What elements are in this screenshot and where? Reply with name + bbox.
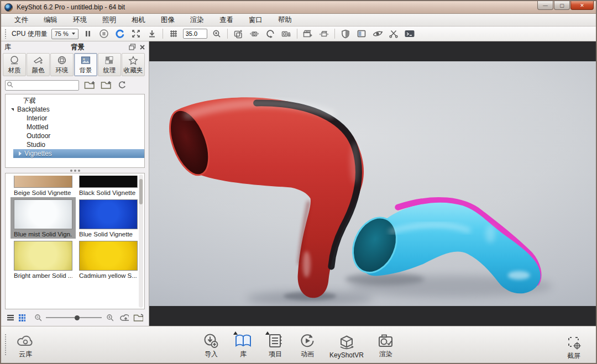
focal-length-field[interactable] xyxy=(183,29,207,39)
menu-help[interactable]: 帮助 xyxy=(270,14,300,26)
menu-file[interactable]: 文件 xyxy=(7,14,36,26)
menu-image[interactable]: 图像 xyxy=(153,14,182,26)
dock-grip[interactable] xyxy=(4,334,7,356)
dock-keyshotvr-button[interactable]: KeyShotVR xyxy=(325,333,368,359)
tree-item-mottled[interactable]: Mottled xyxy=(6,123,144,131)
title-bar[interactable]: KeyShot 6.2 Pro - untitled.bip - 64 bit … xyxy=(1,1,596,14)
add-camera-button[interactable] xyxy=(232,28,245,40)
backplates-tree: 下载 Backplates Interior Mottled Outdoor S… xyxy=(5,94,145,168)
tab-backplates[interactable]: 背景 xyxy=(74,53,97,76)
menu-lighting[interactable]: 照明 xyxy=(95,14,124,26)
tab-colors[interactable]: 颜色 xyxy=(27,53,50,76)
tree-item-download[interactable]: 下载 xyxy=(6,96,144,105)
thumbnail-black[interactable]: Black Solid Vignette xyxy=(76,173,141,197)
open-panel-marker-icon xyxy=(265,331,270,335)
menu-view[interactable]: 查看 xyxy=(212,14,241,26)
thumbnail-bright-amber[interactable]: Bright amber Solid ... xyxy=(11,239,76,280)
close-button[interactable]: ✕ xyxy=(570,1,594,10)
export-folder-icon[interactable] xyxy=(133,313,143,322)
list-view-icon[interactable] xyxy=(7,314,14,321)
menu-render[interactable]: 渲染 xyxy=(182,14,212,26)
fullscreen-button[interactable] xyxy=(129,28,143,40)
reset-camera-button[interactable] xyxy=(264,28,277,40)
tree-item-studio[interactable]: Studio xyxy=(6,140,144,149)
thumbnail-blue[interactable]: Blue Solid Vignette xyxy=(76,197,141,239)
zoom-region-button[interactable] xyxy=(210,28,223,40)
lock-camera-button[interactable] xyxy=(280,28,293,40)
update-render-button[interactable] xyxy=(113,28,127,40)
expanded-arrow-icon[interactable] xyxy=(11,108,14,111)
viewport-bottom-bar xyxy=(149,306,596,326)
tree-item-backplates[interactable]: Backplates xyxy=(6,105,144,114)
import-folder-icon[interactable] xyxy=(101,80,112,89)
tree-item-interior[interactable]: Interior xyxy=(6,114,144,123)
render-view[interactable] xyxy=(149,61,596,306)
slider-handle[interactable] xyxy=(75,315,80,320)
thumbnail-grid: Beige Solid Vignette Black Solid Vignett… xyxy=(5,173,145,309)
cpu-usage-select[interactable]: 75 % xyxy=(51,29,78,39)
library-tabs: 材质 颜色 环境 背景 纹理 xyxy=(1,52,149,78)
presentation-mode-button[interactable] xyxy=(145,28,159,40)
vr-button[interactable] xyxy=(371,28,384,40)
toolbar-separator xyxy=(297,29,297,39)
geometry-view-button[interactable] xyxy=(339,28,352,40)
tab-environments[interactable]: 环境 xyxy=(50,53,74,76)
thumbnail-blue-mist[interactable]: Blue mist Solid Vign... xyxy=(11,197,76,239)
cloud-upload-icon[interactable] xyxy=(120,313,129,322)
menu-window[interactable]: 窗口 xyxy=(241,14,270,26)
main-toolbar: CPU 使用量 75 % xyxy=(1,27,596,41)
menu-environment[interactable]: 环境 xyxy=(65,14,95,26)
tab-textures[interactable]: 纹理 xyxy=(98,53,121,76)
menu-camera[interactable]: 相机 xyxy=(124,14,153,26)
minimize-button[interactable]: — xyxy=(537,1,553,10)
search-input[interactable] xyxy=(5,80,79,91)
thumbnail-size-slider[interactable] xyxy=(46,314,102,321)
close-panel-icon[interactable] xyxy=(139,44,145,50)
tab-materials[interactable]: 材质 xyxy=(3,53,26,76)
menu-edit[interactable]: 编辑 xyxy=(36,14,65,26)
panel-dock-label: 库 xyxy=(4,43,27,52)
tree-item-vignettes[interactable]: Vignettes xyxy=(13,149,144,158)
import-icon xyxy=(202,333,221,349)
pause-render-button[interactable] xyxy=(81,28,95,40)
cycle-keyframe-button[interactable] xyxy=(317,28,331,40)
thumbnail-cadmium-yellow[interactable]: Cadmium yellow S... xyxy=(76,239,141,280)
dock-library-button[interactable]: 库 xyxy=(229,331,258,359)
grid-view-icon[interactable] xyxy=(18,314,25,321)
thumbnail-scrollbar[interactable] xyxy=(139,175,143,308)
collapsed-arrow-icon[interactable] xyxy=(19,151,22,156)
toolbar-separator xyxy=(227,29,228,39)
scrollbar-thumb[interactable] xyxy=(139,179,143,204)
zoom-in-icon[interactable] xyxy=(106,314,113,322)
add-folder-icon[interactable] xyxy=(84,80,96,89)
toolbar-grip[interactable] xyxy=(4,29,7,39)
thumbnail-beige[interactable]: Beige Solid Vignette xyxy=(11,173,76,197)
red-hair-dryer[interactable] xyxy=(162,97,364,298)
slider-track xyxy=(46,317,102,318)
zoom-out-icon[interactable] xyxy=(34,314,41,322)
render-camera-icon xyxy=(376,333,395,349)
pause-region-button[interactable] xyxy=(97,28,111,40)
dock-animation-button[interactable]: 动画 xyxy=(293,331,322,359)
cut-geometry-button[interactable] xyxy=(387,28,400,40)
undock-panel-icon[interactable] xyxy=(129,44,136,50)
caret-down-icon xyxy=(72,33,75,35)
perspective-grid-button[interactable] xyxy=(167,28,180,40)
tab-favorites[interactable]: 收藏夹 xyxy=(122,53,145,76)
cloud-library-button[interactable]: 云库 xyxy=(11,331,40,359)
panel-splitter[interactable] xyxy=(1,168,149,173)
dock-render-button[interactable]: 渲染 xyxy=(371,331,400,359)
thumbnail-image xyxy=(79,176,138,188)
library-search xyxy=(5,80,79,90)
tree-item-outdoor[interactable]: Outdoor xyxy=(6,131,144,140)
dock-import-button[interactable]: 导入 xyxy=(197,331,226,359)
maximize-button[interactable]: ▢ xyxy=(554,1,570,10)
refresh-icon[interactable] xyxy=(117,80,127,89)
render-canvas[interactable] xyxy=(149,61,596,306)
show-panes-button[interactable] xyxy=(355,28,368,40)
add-keyframe-button[interactable] xyxy=(301,28,315,40)
cycle-camera-button[interactable] xyxy=(248,28,261,40)
screenshot-button[interactable]: 截屏 xyxy=(559,333,588,361)
dock-project-button[interactable]: 项目 xyxy=(261,331,290,359)
scripting-console-button[interactable] xyxy=(403,28,416,40)
